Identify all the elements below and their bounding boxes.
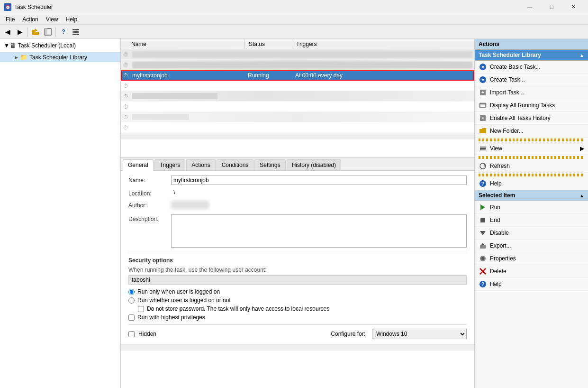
task-list-scrollbar[interactable] — [121, 133, 474, 139]
menu-action[interactable]: Action — [18, 15, 42, 24]
task-row[interactable]: ⏱ — [121, 122, 474, 133]
task-row[interactable]: ⏱ — [121, 102, 474, 112]
svg-rect-20 — [480, 147, 486, 148]
name-value — [171, 176, 467, 185]
name-input[interactable] — [171, 176, 467, 185]
action-delete[interactable]: Delete — [475, 265, 588, 278]
up-button[interactable] — [30, 26, 41, 37]
tree-library-item[interactable]: ▶ 📁 Task Scheduler Library — [0, 52, 120, 62]
action-enable-history[interactable]: ≡ Enable All Tasks History — [475, 112, 588, 125]
maximize-button[interactable]: □ — [541, 0, 562, 14]
disable-icon — [479, 229, 487, 237]
detail-panel: General Triggers Actions Conditions Sett… — [121, 157, 474, 388]
right-panel: Actions Task Scheduler Library ▲ ✦ Creat… — [474, 39, 588, 388]
toolbar: ◀ ▶ ? — [0, 25, 588, 39]
show-hide-button[interactable] — [42, 26, 54, 37]
menu-help[interactable]: Help — [62, 15, 81, 24]
description-label: Description: — [128, 214, 171, 222]
checkbox-no-password[interactable] — [138, 306, 144, 312]
help-selected-label: Help — [490, 281, 502, 287]
task-row-myfirstcronjob[interactable]: ⏱ myfirstcronjob Running At 00:00 every … — [121, 70, 474, 81]
action-refresh[interactable]: Refresh — [475, 160, 588, 173]
help-button[interactable]: ? — [58, 26, 69, 37]
task-row[interactable]: ⏱ — [121, 49, 474, 60]
new-folder-label: New Folder... — [490, 128, 524, 134]
svg-rect-21 — [480, 148, 486, 149]
tree-root-label: Task Scheduler (Local) — [18, 42, 76, 49]
toolbar-separator-1 — [27, 27, 28, 37]
run-icon — [479, 203, 487, 212]
checkbox-highest-privileges[interactable] — [128, 314, 135, 321]
configure-label: Configure for: — [331, 331, 365, 337]
refresh-separator — [479, 156, 584, 159]
view-button[interactable] — [70, 26, 81, 37]
library-header-label: Task Scheduler Library — [479, 52, 541, 58]
window-title: Task Scheduler — [14, 4, 519, 10]
minimize-button[interactable]: — — [519, 0, 541, 14]
svg-point-33 — [481, 257, 484, 260]
action-import-task[interactable]: Import Task... — [475, 86, 588, 99]
task-row[interactable]: ⏱ — [121, 91, 474, 102]
create-task-icon: ✦ — [479, 75, 487, 84]
action-export[interactable]: Export... — [475, 240, 588, 252]
forward-button[interactable]: ▶ — [14, 26, 26, 37]
user-account: taboshi — [128, 275, 467, 285]
action-create-task[interactable]: ✦ Create Task... — [475, 74, 588, 86]
radio-whether-logged-input[interactable] — [128, 297, 135, 304]
description-value — [171, 214, 467, 249]
svg-rect-17 — [480, 106, 485, 107]
selected-item-header: Selected Item ▲ — [475, 190, 588, 201]
svg-rect-6 — [72, 31, 79, 33]
name-row: Name: — [128, 176, 467, 185]
delete-label: Delete — [490, 268, 507, 275]
end-icon — [479, 216, 487, 224]
author-value — [171, 201, 467, 211]
tab-triggers[interactable]: Triggers — [154, 159, 186, 170]
action-run[interactable]: Run — [475, 201, 588, 214]
task-row-icon: ⏱ — [121, 93, 130, 99]
location-display: \ — [171, 187, 177, 197]
selected-item-label: Selected Item — [479, 192, 515, 199]
action-create-basic-task[interactable]: ✦ Create Basic Task... — [475, 61, 588, 74]
menu-view[interactable]: View — [42, 15, 62, 24]
radio-logged-on-input[interactable] — [128, 289, 135, 295]
svg-marker-27 — [480, 204, 485, 210]
action-end[interactable]: End — [475, 214, 588, 227]
configure-divider — [128, 324, 467, 325]
create-basic-task-label: Create Basic Task... — [490, 64, 541, 70]
tree-root-item[interactable]: ▼ 🖥 Task Scheduler (Local) — [0, 39, 120, 52]
menu-file[interactable]: File — [2, 15, 18, 24]
svg-marker-31 — [481, 243, 484, 245]
action-new-folder[interactable]: New Folder... — [475, 125, 588, 138]
library-collapse-btn[interactable]: ▲ — [579, 53, 584, 58]
svg-rect-7 — [72, 34, 79, 35]
task-list: Name Status Triggers ⏱ ⏱ ⏱ myfirstcronjo… — [121, 39, 474, 157]
tab-general[interactable]: General — [123, 159, 154, 171]
task-row[interactable]: ⏱ — [121, 112, 474, 122]
close-button[interactable]: ✕ — [562, 0, 584, 14]
description-input[interactable] — [171, 214, 467, 248]
configure-select[interactable]: Windows 10 Windows Vista, Windows Server… — [372, 329, 467, 339]
action-disable[interactable]: Disable — [475, 227, 588, 240]
tab-conditions[interactable]: Conditions — [217, 159, 254, 170]
app-icon: ⏰ — [4, 3, 11, 11]
hidden-checkbox[interactable] — [128, 331, 135, 337]
action-help-selected[interactable]: ? Help — [475, 278, 588, 291]
col-header-triggers: Triggers — [292, 39, 473, 49]
task-row[interactable]: ⏱ — [121, 81, 474, 91]
svg-marker-2 — [34, 28, 37, 31]
action-display-running[interactable]: Display All Running Tasks — [475, 99, 588, 112]
tab-settings[interactable]: Settings — [254, 159, 285, 170]
task-row[interactable]: ⏱ — [121, 60, 474, 70]
tab-history[interactable]: History (disabled) — [287, 159, 341, 170]
action-properties[interactable]: Properties — [475, 252, 588, 265]
detail-scrollbar[interactable] — [121, 344, 474, 351]
svg-rect-30 — [480, 245, 486, 249]
tree-library-label: Task Scheduler Library — [29, 54, 87, 61]
checkbox-no-password-label: Do not store password. The task will onl… — [147, 305, 329, 312]
selected-item-collapse-btn[interactable]: ▲ — [579, 193, 584, 198]
tab-actions[interactable]: Actions — [186, 159, 215, 170]
action-help-library[interactable]: ? Help — [475, 177, 588, 190]
back-button[interactable]: ◀ — [2, 26, 13, 37]
action-view[interactable]: View ▶ — [475, 142, 588, 155]
